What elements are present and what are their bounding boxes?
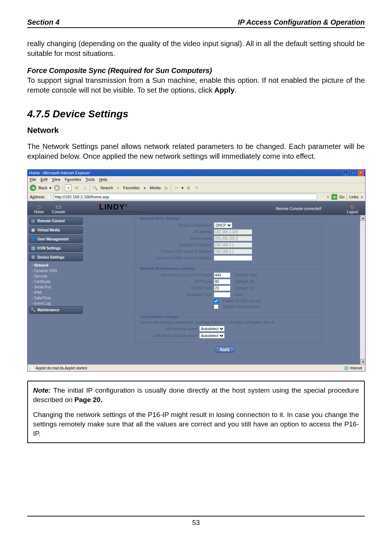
search-label[interactable]: Search bbox=[100, 186, 113, 190]
telnet-hint: (Default: 23) bbox=[235, 286, 255, 290]
media-icon[interactable]: ● bbox=[142, 185, 148, 191]
lindy-logo-sub: COMPUTER CONNECTION TECHNOLOGY bbox=[97, 211, 146, 213]
subsection-heading: Network bbox=[27, 126, 365, 135]
scroll-up-icon[interactable]: ▴ bbox=[360, 215, 365, 221]
bw-input[interactable] bbox=[214, 292, 230, 297]
lan-speed-select[interactable]: Autodetect bbox=[199, 326, 225, 332]
menu-help[interactable]: Help bbox=[99, 177, 107, 182]
scroll-down-icon[interactable]: ▾ bbox=[360, 359, 365, 365]
enable-telnet-checkbox[interactable] bbox=[214, 299, 219, 303]
gateway-label: Gateway IP address bbox=[139, 243, 212, 247]
address-drop-icon[interactable]: ▾ bbox=[327, 195, 329, 199]
menu-edit[interactable]: Edit bbox=[41, 177, 48, 182]
search-icon[interactable]: 🔍 bbox=[92, 185, 98, 191]
address-input[interactable] bbox=[54, 194, 317, 200]
minimize-button[interactable]: _ bbox=[343, 170, 348, 176]
home-icon[interactable]: ⌂ bbox=[82, 185, 87, 191]
basic-legend: Network Basic Settings bbox=[138, 216, 181, 220]
misc-legend: Network Miscellaneous Settings bbox=[138, 267, 197, 271]
nav-home[interactable]: ⌂Home bbox=[34, 203, 44, 214]
wrench-icon: 🔧 bbox=[30, 307, 36, 313]
disable-setup-checkbox[interactable] bbox=[214, 304, 219, 309]
header-title: IP Access Configuration & Operation bbox=[238, 18, 365, 27]
page-number: 53 bbox=[192, 519, 200, 526]
menu-file[interactable]: File bbox=[30, 177, 36, 182]
sidebar-device-settings[interactable]: ⚙Device Settings bbox=[29, 254, 83, 261]
page-footer: 53 bbox=[27, 516, 365, 527]
note-p2: Changing the network settings of the P16… bbox=[33, 410, 359, 438]
telnet-label: TELNET port bbox=[139, 286, 212, 290]
sidebar-maintenance[interactable]: 🔧Maintenance bbox=[29, 306, 83, 314]
menu-tools[interactable]: Tools bbox=[86, 177, 95, 182]
https-hint: (Default: 443) bbox=[235, 273, 257, 277]
subnet-input[interactable] bbox=[214, 236, 252, 241]
close-button[interactable]: × bbox=[358, 170, 364, 176]
edit-icon[interactable]: ✎ bbox=[194, 185, 200, 191]
internet-icon: 🌐 bbox=[344, 366, 348, 370]
ipaddr-input[interactable] bbox=[214, 229, 252, 235]
sidebar-sub-datetime[interactable]: ▫ Date/Time bbox=[29, 295, 83, 301]
maximize-button[interactable]: □ bbox=[350, 170, 356, 176]
window-title: Home - Microsoft Internet Explorer bbox=[29, 171, 90, 175]
stop-icon[interactable]: ✕ bbox=[65, 185, 72, 191]
https-input[interactable] bbox=[214, 272, 230, 278]
disc-icon: ◉ bbox=[30, 227, 36, 233]
note-box: Note: The initial IP configuration is us… bbox=[27, 381, 365, 443]
sdns-input[interactable] bbox=[214, 255, 252, 261]
gear-icon: ⚙ bbox=[30, 254, 36, 260]
go-button[interactable]: ➜ bbox=[331, 194, 337, 200]
links-label[interactable]: Links bbox=[349, 195, 359, 199]
status-bar: 📄 Applet de.msd.ita.Applet started 🌐Inte… bbox=[28, 364, 365, 371]
print-icon[interactable]: 🖶 bbox=[186, 185, 192, 191]
sidebar-sub-ipmi[interactable]: ▫ IPMI bbox=[29, 290, 83, 295]
forward-icon[interactable]: ► bbox=[54, 185, 60, 191]
sidebar-remote-control[interactable]: ◎Remote Control bbox=[29, 217, 83, 225]
pdns-label: Primary DNS server IP address bbox=[139, 250, 212, 254]
status-left: Applet de.msd.ita.Applet started bbox=[36, 366, 87, 370]
sidebar-virtual-media[interactable]: ◉Virtual Media bbox=[29, 226, 83, 234]
refresh-icon[interactable]: ⟳ bbox=[74, 185, 79, 191]
go-label[interactable]: Go bbox=[339, 195, 345, 199]
lan-current: Current LAN interface parameters: autone… bbox=[139, 320, 318, 324]
window-buttons: _ □ × bbox=[342, 170, 364, 176]
section-heading: 4.7.5 Device Settings bbox=[27, 108, 365, 120]
scrollbar[interactable]: ▴ ▾ bbox=[360, 215, 365, 365]
note-label: Note: bbox=[33, 386, 51, 394]
sidebar-user-management[interactable]: 👤User Management bbox=[29, 235, 83, 243]
nav-console[interactable]: ▭Console bbox=[52, 203, 65, 214]
back-icon[interactable]: ◄ bbox=[30, 185, 36, 191]
apply-word: Apply bbox=[214, 86, 234, 94]
sidebar-sub-security[interactable]: ▫ Security bbox=[29, 274, 83, 279]
pdns-input[interactable] bbox=[214, 249, 252, 254]
subnet-label: Subnet mask bbox=[139, 236, 212, 240]
menu-favorites[interactable]: Favorites bbox=[65, 177, 81, 182]
sidebar-kvm-settings[interactable]: ▤KVM Settings bbox=[29, 244, 83, 252]
nav-logout[interactable]: ⎋Logout bbox=[347, 203, 358, 214]
app-header: ⌂Home ▭Console ■LINDY® COMPUTER CONNECTI… bbox=[28, 201, 365, 216]
main-panel: Network Basic Settings IP auto configura… bbox=[84, 215, 365, 365]
history-icon[interactable]: ◷ bbox=[163, 185, 169, 191]
address-label: Address bbox=[30, 195, 44, 199]
http-label: HTTP port bbox=[139, 280, 212, 284]
sidebar-sub-serial[interactable]: ▫ Serial Port bbox=[29, 284, 83, 290]
sidebar-sub-ddns[interactable]: ▫ Dynamic DNS bbox=[29, 268, 83, 274]
sidebar-sub-network[interactable]: ▫ Network bbox=[29, 263, 83, 268]
media-label[interactable]: Media bbox=[150, 186, 161, 190]
mail-icon[interactable]: ✉ bbox=[173, 185, 179, 191]
http-hint: (Default: 80) bbox=[235, 280, 255, 284]
menu-view[interactable]: View bbox=[52, 177, 61, 182]
address-bar: Address 📄 ▾ ➜ Go Links » bbox=[28, 193, 365, 201]
telnet-input[interactable] bbox=[214, 285, 230, 291]
back-label[interactable]: Back bbox=[38, 186, 47, 190]
sidebar-sub-eventlog[interactable]: ▫ Event Log bbox=[29, 301, 83, 306]
favorites-label[interactable]: Favorites bbox=[123, 186, 139, 190]
lan-duplex-select[interactable]: Autodetect bbox=[199, 333, 225, 339]
http-input[interactable] bbox=[214, 279, 230, 284]
sidebar-sub-certificate[interactable]: ▫ Certificate bbox=[29, 279, 83, 284]
bw-label: Bandwidth Limit bbox=[139, 293, 212, 297]
force-sync-body: To support signal transmission from a Su… bbox=[27, 76, 365, 95]
gateway-input[interactable] bbox=[214, 242, 252, 248]
apply-button[interactable]: Apply bbox=[214, 347, 235, 353]
favorites-icon[interactable]: ★ bbox=[115, 185, 121, 191]
ipauto-select[interactable]: DHCP bbox=[214, 222, 232, 228]
